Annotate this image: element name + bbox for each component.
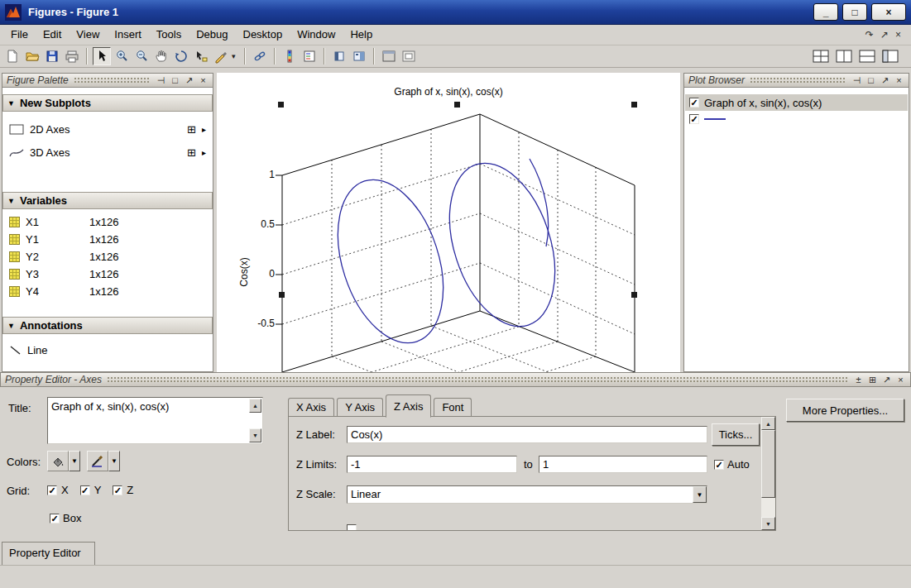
layout-split-horizontal-icon[interactable] xyxy=(858,47,876,65)
z-label-input[interactable]: Cos(x) xyxy=(347,426,707,443)
paintbrush-icon[interactable] xyxy=(87,451,108,471)
close-panel-icon[interactable]: × xyxy=(895,375,906,385)
axes-3d-plot[interactable] xyxy=(217,73,680,372)
figure-palette-header[interactable]: Figure Palette ⊣ □ ↗ × xyxy=(2,73,213,88)
property-editor-tab[interactable]: Property Editor xyxy=(2,542,95,565)
z-scale-select[interactable]: Linear ▼ xyxy=(347,485,707,504)
grid-x-checkbox[interactable]: ✓ xyxy=(47,485,57,495)
plot-browser-header[interactable]: Plot Browser ⊣ □ ↗ × xyxy=(683,73,909,88)
dock-grid-icon[interactable]: ⊞ xyxy=(867,375,878,385)
brush-dropdown-icon[interactable]: ▾ xyxy=(232,52,239,60)
scrollbar-up-button[interactable]: ▲ xyxy=(761,417,775,430)
new-figure-icon[interactable] xyxy=(3,47,22,65)
selection-handle[interactable] xyxy=(631,292,637,298)
tab-z-axis[interactable]: Z Axis xyxy=(386,394,431,418)
variable-row[interactable]: Y3 1x126 xyxy=(3,265,212,283)
selection-handle[interactable] xyxy=(278,102,284,108)
paint-bucket-icon[interactable] xyxy=(47,451,69,471)
insert-colorbar-icon[interactable] xyxy=(280,47,299,65)
grid-y-checkbox[interactable]: ✓ xyxy=(80,485,90,495)
layout-single-icon[interactable] xyxy=(881,47,899,65)
background-color-button[interactable]: ▼ xyxy=(47,451,80,471)
subplot-grid-icon[interactable]: ⊞ xyxy=(187,146,196,159)
z-limit-min-input[interactable]: -1 xyxy=(347,456,517,473)
expand-collapse-icon[interactable]: ± xyxy=(853,375,864,385)
tab-panel-scrollbar[interactable]: ▲ ▼ xyxy=(761,417,775,530)
maximize-button[interactable]: □ xyxy=(842,3,867,21)
selection-handle[interactable] xyxy=(454,102,460,108)
box-checkbox[interactable]: ✓ xyxy=(50,514,60,523)
section-new-subplots[interactable]: ▼ New Subplots xyxy=(2,94,213,112)
menubar-curved-arrow-icon[interactable]: ↷ xyxy=(865,29,874,41)
maximize-panel-icon[interactable]: □ xyxy=(865,75,876,86)
data-curves[interactable] xyxy=(319,150,573,356)
line-color-button[interactable]: ▼ xyxy=(87,451,120,471)
subplot-expand-icon[interactable]: ▸ xyxy=(202,148,206,157)
title-scroll-down-button[interactable]: ▼ xyxy=(249,428,261,442)
show-plot-tools-icon[interactable] xyxy=(350,47,368,65)
variable-row[interactable]: Y1 1x126 xyxy=(3,231,212,248)
close-panel-icon[interactable]: × xyxy=(894,75,904,86)
tab-font[interactable]: Font xyxy=(434,398,472,417)
selection-handle[interactable] xyxy=(631,102,637,108)
pin-panel-icon[interactable]: ⊣ xyxy=(156,75,166,86)
insert-legend-icon[interactable] xyxy=(300,47,319,65)
visibility-checkbox[interactable]: ✓ xyxy=(689,114,699,124)
scrollbar-down-button[interactable]: ▼ xyxy=(761,517,775,530)
close-button[interactable]: × xyxy=(871,3,906,21)
maximize-panel-icon[interactable]: □ xyxy=(170,75,180,86)
brush-tool-icon[interactable] xyxy=(212,47,230,65)
tab-x-axis[interactable]: X Axis xyxy=(288,398,334,417)
print-icon[interactable] xyxy=(63,47,81,65)
scrollbar-thumb[interactable] xyxy=(761,430,775,498)
variable-row[interactable]: Y2 1x126 xyxy=(3,248,212,265)
undock-panel-icon[interactable]: ↗ xyxy=(881,375,892,385)
section-variables[interactable]: ▼ Variables xyxy=(2,192,213,209)
axes-title-input[interactable]: Graph of x, sin(x), cos(x) ▲ ▼ xyxy=(47,397,263,444)
menu-desktop[interactable]: Desktop xyxy=(236,25,290,45)
visibility-checkbox[interactable]: ✓ xyxy=(689,98,699,108)
menu-file[interactable]: File xyxy=(3,25,36,45)
color-dropdown-icon[interactable]: ▼ xyxy=(108,451,120,471)
menu-help[interactable]: Help xyxy=(343,25,380,45)
menu-window[interactable]: Window xyxy=(290,25,343,45)
menu-tools[interactable]: Tools xyxy=(149,25,189,45)
variable-row[interactable]: Y4 1x126 xyxy=(3,283,212,300)
pin-panel-icon[interactable]: ⊣ xyxy=(851,75,862,86)
undock-panel-icon[interactable]: ↗ xyxy=(184,75,194,86)
subplot-2d-axes[interactable]: 2D Axes ⊞ ▸ xyxy=(3,119,212,139)
combo-arrow-icon[interactable]: ▼ xyxy=(693,486,707,503)
z-limit-max-input[interactable]: 1 xyxy=(539,456,707,473)
figure-axes-area[interactable]: Graph of x, sin(x), cos(x) 1 0.5 0 -0.5 … xyxy=(217,73,680,372)
annotation-line[interactable]: Line xyxy=(3,340,212,360)
layout-grid-icon[interactable] xyxy=(812,47,830,65)
undock-figure-icon[interactable] xyxy=(400,47,418,65)
pointer-tool-icon[interactable] xyxy=(93,47,111,65)
ticks-button[interactable]: Ticks... xyxy=(712,423,760,446)
layout-split-vertical-icon[interactable] xyxy=(835,47,853,65)
dock-figure-icon[interactable] xyxy=(380,47,398,65)
menu-edit[interactable]: Edit xyxy=(36,25,69,45)
zoom-out-icon[interactable] xyxy=(132,47,151,65)
plot-browser-item-axes[interactable]: ✓ Graph of x, sin(x), cos(x) xyxy=(685,94,908,111)
plot-browser-item-line[interactable]: ✓ xyxy=(685,111,908,127)
menubar-close-icon[interactable]: × xyxy=(895,29,901,41)
z-axis-label[interactable]: Cos(x) xyxy=(238,239,252,305)
rotate-3d-icon[interactable] xyxy=(172,47,190,65)
subplot-expand-icon[interactable]: ▸ xyxy=(202,125,206,134)
close-panel-icon[interactable]: × xyxy=(198,75,209,86)
zoom-in-icon[interactable] xyxy=(113,47,131,65)
open-file-icon[interactable] xyxy=(23,47,41,65)
selection-handle[interactable] xyxy=(279,292,285,298)
menu-debug[interactable]: Debug xyxy=(189,25,235,45)
save-icon[interactable] xyxy=(43,47,61,65)
hide-plot-tools-icon[interactable] xyxy=(330,47,348,65)
clipped-checkbox[interactable] xyxy=(347,524,357,531)
pan-tool-icon[interactable] xyxy=(152,47,170,65)
subplot-3d-axes[interactable]: 3D Axes ⊞ ▸ xyxy=(3,142,212,162)
grid-z-checkbox[interactable]: ✓ xyxy=(113,485,122,495)
link-plots-icon[interactable] xyxy=(251,47,269,65)
title-scroll-up-button[interactable]: ▲ xyxy=(249,399,261,413)
undock-panel-icon[interactable]: ↗ xyxy=(880,75,890,86)
data-cursor-icon[interactable] xyxy=(192,47,210,65)
